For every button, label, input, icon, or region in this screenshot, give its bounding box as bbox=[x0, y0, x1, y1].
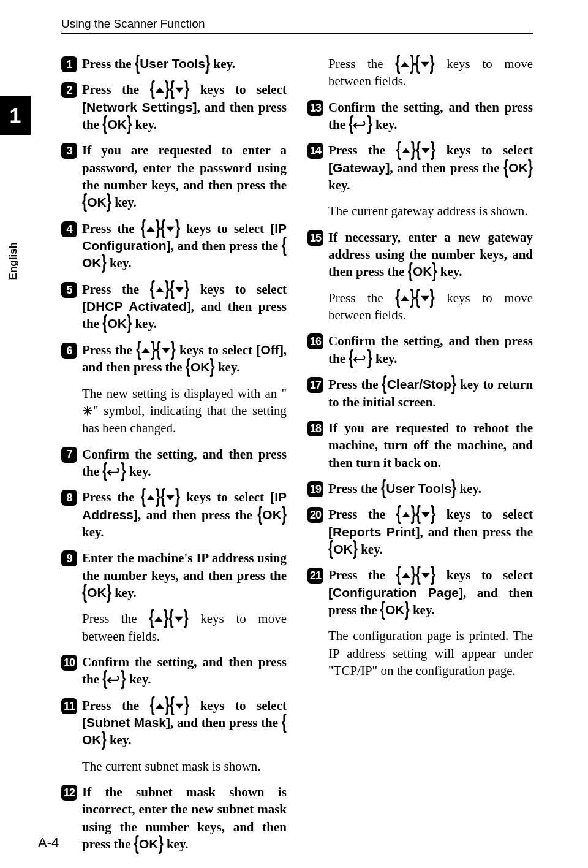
t: key. bbox=[437, 264, 462, 279]
t: keys to select bbox=[189, 698, 287, 713]
step-5: 5 Press the {▲}{▼} keys to select [DHCP … bbox=[61, 281, 287, 333]
t: Press the bbox=[82, 343, 136, 357]
step-14-note: The current gateway address is shown. bbox=[328, 202, 533, 219]
t: key. bbox=[164, 837, 189, 851]
t: key. bbox=[111, 195, 137, 210]
key-ok: OK bbox=[87, 585, 107, 600]
step-badge-icon: 9 bbox=[61, 550, 77, 566]
return-icon bbox=[107, 464, 121, 479]
step-6-note: The new setting is displayed with an "" … bbox=[82, 385, 287, 437]
t: Press the bbox=[328, 56, 395, 71]
t: key. bbox=[132, 117, 157, 132]
key-ok: OK bbox=[139, 837, 159, 851]
step-badge-icon: 14 bbox=[307, 143, 323, 159]
chapter-tab: 1 bbox=[0, 96, 31, 135]
key-ok: OK bbox=[262, 508, 282, 522]
setting-gateway: Gateway bbox=[333, 161, 385, 175]
step-badge-icon: 3 bbox=[61, 143, 77, 159]
step-badge-icon: 6 bbox=[61, 343, 77, 359]
left-column: 1 Press the {User Tools} key. 2 Press th… bbox=[61, 55, 287, 861]
step-1: 1 Press the {User Tools} key. bbox=[61, 55, 287, 72]
t: Press the bbox=[82, 490, 141, 504]
step-badge-icon: 7 bbox=[61, 447, 77, 463]
key-ok: OK bbox=[107, 117, 127, 131]
t: Press the bbox=[328, 377, 382, 392]
return-icon bbox=[353, 351, 367, 366]
step-badge-icon: 18 bbox=[307, 421, 323, 436]
key-user-tools: User Tools bbox=[386, 481, 451, 495]
t: key. bbox=[215, 360, 240, 375]
t: Press the bbox=[82, 698, 150, 713]
t: keys to select bbox=[189, 282, 287, 297]
t: key. bbox=[372, 117, 398, 132]
t: key. bbox=[358, 542, 383, 557]
step-badge-icon: 12 bbox=[61, 785, 77, 801]
key-clearstop: Clear/Stop bbox=[387, 377, 451, 391]
step-3: 3 If you are requested to enter a passwo… bbox=[61, 142, 287, 211]
step-7: 7 Confirm the setting, and then press th… bbox=[61, 446, 287, 481]
t: key. bbox=[328, 178, 350, 192]
t: key. bbox=[82, 525, 104, 539]
step-8: 8 Press the {▲}{▼} keys to select [IP Ad… bbox=[61, 489, 287, 541]
step-badge-icon: 2 bbox=[61, 82, 77, 98]
setting-off: Off bbox=[260, 343, 279, 357]
step-badge-icon: 10 bbox=[61, 655, 77, 671]
t: keys to select bbox=[435, 568, 533, 582]
step-20: 20 Press the {▲}{▼} keys to select [Repo… bbox=[307, 506, 533, 558]
step-12: 12 If the subnet mask shown is incorrect… bbox=[61, 783, 287, 853]
t: keys to select bbox=[180, 490, 270, 504]
step-badge-icon: 15 bbox=[307, 230, 323, 246]
t: Press the bbox=[82, 56, 135, 71]
step-12-note: Press the {▲}{▼} keys to move between fi… bbox=[328, 55, 533, 90]
return-icon bbox=[353, 117, 367, 132]
step-21-note: The configuration page is printed. The I… bbox=[328, 627, 533, 679]
right-column: Press the {▲}{▼} keys to move between fi… bbox=[307, 55, 533, 861]
t: , and then press the bbox=[390, 161, 503, 175]
step-14: 14 Press the {▲}{▼} keys to select [Gate… bbox=[307, 142, 533, 194]
return-icon bbox=[107, 672, 121, 687]
t: Press the bbox=[328, 481, 381, 496]
key-ok: OK bbox=[82, 733, 102, 747]
t: key. bbox=[410, 603, 435, 617]
t: key. bbox=[126, 464, 151, 479]
language-label: English bbox=[7, 242, 20, 280]
t: The new setting is displayed with an " bbox=[82, 386, 287, 401]
key-ok: OK bbox=[508, 161, 528, 175]
step-16: 16 Confirm the setting, and then press t… bbox=[307, 332, 533, 367]
step-4: 4 Press the {▲}{▼} keys to select [IP Co… bbox=[61, 220, 287, 272]
step-10: 10 Confirm the setting, and then press t… bbox=[61, 653, 287, 688]
key-user-tools: User Tools bbox=[140, 56, 205, 70]
step-badge-icon: 11 bbox=[61, 698, 77, 714]
t: key. bbox=[456, 481, 481, 496]
asterisk-icon bbox=[82, 403, 93, 418]
step-9-note: Press the {▲}{▼} keys to move between fi… bbox=[82, 610, 287, 645]
t: key. bbox=[126, 672, 151, 687]
page-number: A-4 bbox=[38, 835, 59, 851]
step-badge-icon: 1 bbox=[61, 56, 77, 72]
t: Press the bbox=[328, 291, 395, 305]
t: Press the bbox=[82, 221, 141, 236]
step-badge-icon: 5 bbox=[61, 282, 77, 298]
step-9: 9 Enter the machine's IP address using t… bbox=[61, 549, 287, 601]
step-badge-icon: 19 bbox=[307, 481, 323, 497]
t: " symbol, indicating that the setting ha… bbox=[82, 403, 287, 435]
t: Press the bbox=[82, 282, 150, 297]
t: Press the bbox=[82, 611, 149, 626]
t: If you are requested to reboot the machi… bbox=[328, 421, 533, 470]
t: keys to select bbox=[435, 507, 533, 522]
step-11-note: The current subnet mask is shown. bbox=[82, 758, 287, 775]
step-badge-icon: 17 bbox=[307, 377, 323, 393]
step-badge-icon: 4 bbox=[61, 221, 77, 237]
content-columns: 1 Press the {User Tools} key. 2 Press th… bbox=[61, 55, 533, 861]
step-11: 11 Press the {▲}{▼} keys to select [Subn… bbox=[61, 697, 287, 749]
step-2: 2 Press the {▲}{▼} keys to select [Netwo… bbox=[61, 81, 287, 133]
t: Enter the machine's IP address using the… bbox=[82, 550, 287, 582]
t: Press the bbox=[328, 507, 396, 522]
step-21: 21 Press the {▲}{▼} keys to select [Conf… bbox=[307, 566, 533, 619]
t: If you are requested to enter a password… bbox=[82, 143, 287, 192]
t: , and then press the bbox=[171, 238, 282, 253]
key-ok: OK bbox=[333, 542, 353, 556]
step-15-note: Press the {▲}{▼} keys to move between fi… bbox=[328, 289, 533, 324]
t: key. bbox=[210, 56, 235, 71]
step-19: 19 Press the {User Tools} key. bbox=[307, 480, 533, 497]
